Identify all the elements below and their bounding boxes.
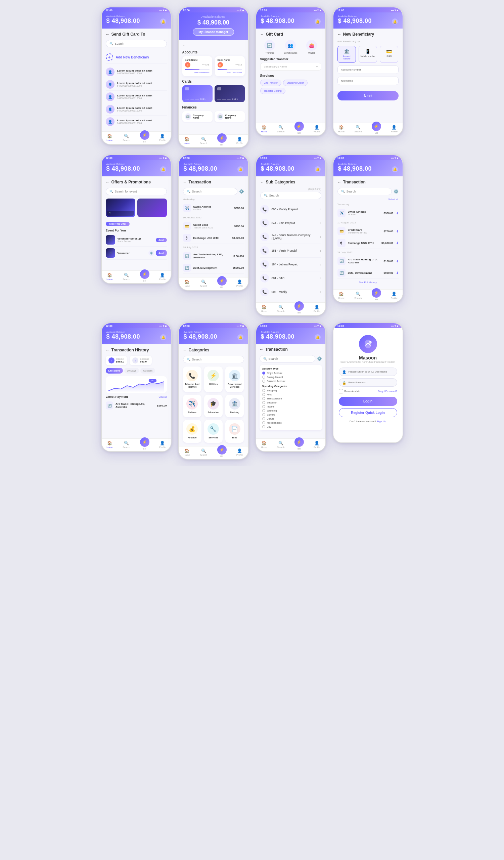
nav-profile-2[interactable]: 👤Profile xyxy=(236,137,243,146)
back-arrow-7[interactable]: ← xyxy=(260,180,264,184)
sc-day[interactable]: Day xyxy=(262,425,319,428)
nav-profile-7[interactable]: 👤Profile xyxy=(314,305,320,314)
nav-search-6[interactable]: 🔍Search xyxy=(200,280,207,289)
cat-item-airlines[interactable]: ✈️ Airlines xyxy=(183,395,202,417)
chip-transfer-setting[interactable]: Transfer Setting xyxy=(260,88,285,94)
nav-profile-4[interactable]: 👤Profile xyxy=(391,125,398,134)
register-button[interactable]: Register Quick Login xyxy=(339,408,397,417)
nav-bill-3[interactable]: ⚡ Bill xyxy=(295,125,304,134)
bell-icon-4[interactable]: 🔔 xyxy=(392,18,398,25)
see-full-history[interactable]: See Full History xyxy=(338,279,399,286)
forgot-password-link[interactable]: Forgot Password? xyxy=(378,390,397,392)
bell-icon-7[interactable]: 🔔 xyxy=(315,166,321,172)
chip-gift-transfer[interactable]: Gift Transfer xyxy=(260,80,281,86)
back-arrow-1[interactable]: ← xyxy=(106,32,110,37)
nav-bill-5[interactable]: ⚡ Bill xyxy=(140,273,149,282)
back-arrow-11[interactable]: ← xyxy=(260,347,264,352)
nav-bill-4[interactable]: ⚡ Bill xyxy=(372,125,381,134)
nav-bill-11[interactable]: ⚡ Bill xyxy=(295,441,304,450)
nav-home-5[interactable]: 🏠Home xyxy=(106,273,113,282)
sub-cat-item-6[interactable]: 📞 005 - Mobily › xyxy=(260,285,321,299)
nav-bill-9[interactable]: ⚡ Bill xyxy=(140,441,149,450)
nav-search-3[interactable]: 🔍Search xyxy=(277,125,284,134)
back-arrow-5[interactable]: ← xyxy=(106,180,110,184)
filter-business[interactable]: Business Account xyxy=(262,379,319,383)
filter-icon-11[interactable]: ⚙️ xyxy=(317,356,322,361)
remember-checkbox[interactable] xyxy=(339,389,343,393)
contact-item-2[interactable]: 👤 Lorem ipsum dolor sit amet 64400010006… xyxy=(106,78,167,91)
bell-icon-10[interactable]: 🔔 xyxy=(237,334,243,340)
opt-mobile-number[interactable]: 📱 Mobile Number xyxy=(359,46,377,63)
avail-offer-btn[interactable]: Avail This Offer xyxy=(106,222,130,226)
cat-item-bills[interactable]: 📄 Bills xyxy=(225,420,244,442)
download-icon-8-2[interactable]: ⬇ xyxy=(396,241,399,245)
cat-item-govt[interactable]: 🏛️ Government Services xyxy=(225,367,244,392)
search-bar-1[interactable]: 🔍 xyxy=(106,40,167,47)
account-card-2[interactable]: Bank Name C ****SAB View Transaction xyxy=(215,56,245,76)
nav-search-4[interactable]: 🔍Search xyxy=(354,125,361,134)
cat-item-finance[interactable]: 💰 Finance xyxy=(183,420,202,442)
bell-icon-6[interactable]: 🔔 xyxy=(237,166,243,172)
search-input-1[interactable] xyxy=(115,42,163,45)
sc-education[interactable]: Education xyxy=(262,401,319,404)
tab-last-days[interactable]: Last Days xyxy=(106,368,123,374)
sc-banking[interactable]: Banking xyxy=(262,413,319,416)
nav-home-4[interactable]: 🏠Home xyxy=(338,125,344,134)
select-all[interactable]: Select all xyxy=(388,198,398,201)
cat-item-services[interactable]: 🔧 Services xyxy=(204,420,223,442)
nav-bill-7[interactable]: ⚡ Bill xyxy=(295,305,304,314)
bell-icon-5[interactable]: 🔔 xyxy=(160,166,166,172)
nav-search-9[interactable]: 🔍Search xyxy=(122,441,130,450)
nav-profile-3[interactable]: 👤Profile xyxy=(314,125,320,134)
bell-icon-9[interactable]: 🔔 xyxy=(160,334,166,340)
contact-item-1[interactable]: 👤 Lorem ipsum dolor sit amet 64400010006… xyxy=(106,66,167,78)
nav-profile-8[interactable]: 👤Profile xyxy=(391,291,398,301)
tab-30-days[interactable]: 30 Days xyxy=(124,368,139,374)
nav-home-8[interactable]: 🏠Home xyxy=(338,291,344,301)
wallet-btn[interactable]: 👛 Wallet xyxy=(306,40,317,54)
finance-item-1[interactable]: 🏢 Company Name xyxy=(182,111,212,122)
transfer-btn[interactable]: 🔄 Transfer xyxy=(264,40,275,54)
nav-home-10[interactable]: 🏠Home xyxy=(184,448,190,458)
finance-item-2[interactable]: 🏢 Company Name xyxy=(214,111,245,122)
contact-item-4[interactable]: 👤 Lorem ipsum dolor sit amet 64400010006… xyxy=(106,103,167,116)
sc-transport[interactable]: Transportation xyxy=(262,397,319,400)
search-bar-11[interactable]: 🔍 xyxy=(260,355,315,362)
nickname-input[interactable] xyxy=(338,76,399,85)
cat-item-telecom[interactable]: 📞 Telecom And Internet xyxy=(183,367,202,392)
cat-item-education[interactable]: 🎓 Education xyxy=(204,395,223,417)
nav-home-2[interactable]: 🏠Home xyxy=(184,137,190,146)
cat-item-banking[interactable]: 🏦 Banking xyxy=(225,395,244,417)
nav-bill-2[interactable]: ⚡ Bill xyxy=(217,137,227,146)
sub-cat-item-5[interactable]: 📞 001 - STC › xyxy=(260,271,321,285)
next-button[interactable]: Next xyxy=(338,91,399,100)
sub-cat-item-3[interactable]: 📞 151 - Virgin Prepaid › xyxy=(260,244,321,258)
nav-home-6[interactable]: 🏠Home xyxy=(184,280,190,289)
credit-card-2[interactable]: •••• •••• •••• 6121 xyxy=(214,85,245,102)
sc-income[interactable]: Income xyxy=(262,405,319,408)
back-arrow-8[interactable]: ← xyxy=(338,180,341,184)
nav-search-2[interactable]: 🔍Search xyxy=(200,137,207,146)
sub-cat-item-0[interactable]: 📞 005 - Mobily Prepaid › xyxy=(260,203,321,216)
back-arrow-6[interactable]: ← xyxy=(183,180,187,184)
sc-food[interactable]: Food xyxy=(262,393,319,396)
nav-home-1[interactable]: 🏠Home xyxy=(106,134,113,143)
sub-cat-item-1[interactable]: 📞 044 - Zain Prepaid › xyxy=(260,216,321,230)
nav-home-9[interactable]: 🏠Home xyxy=(106,441,113,450)
sub-cat-item-2[interactable]: 📞 149 - Saudi Telecom Company (SAWA) › xyxy=(260,230,321,244)
account-card-1[interactable]: Bank Name C ****SAB View Transaction xyxy=(182,56,212,76)
login-button[interactable]: Login xyxy=(339,397,397,406)
bell-icon-1[interactable]: 🔔 xyxy=(160,18,166,25)
download-icon-8-1[interactable]: ⬇ xyxy=(396,229,399,233)
nav-bill-1[interactable]: ⚡ Bill xyxy=(140,134,149,143)
nav-profile-9[interactable]: 👤Profile xyxy=(159,441,166,450)
cat-item-utilities[interactable]: ⚡ Utilities xyxy=(204,367,223,392)
opt-iban[interactable]: 💳 IBAN xyxy=(380,46,398,63)
username-input[interactable] xyxy=(339,368,397,376)
search-input-7[interactable] xyxy=(269,194,318,197)
bell-icon-3[interactable]: 🔔 xyxy=(315,18,321,25)
search-input-8[interactable] xyxy=(346,190,388,193)
download-icon-8-0[interactable]: ⬇ xyxy=(396,211,399,215)
my-finance-btn[interactable]: My Finance Manager xyxy=(193,28,234,35)
suggested-transfer[interactable]: Beneficiary's Name ▾ xyxy=(260,63,321,71)
